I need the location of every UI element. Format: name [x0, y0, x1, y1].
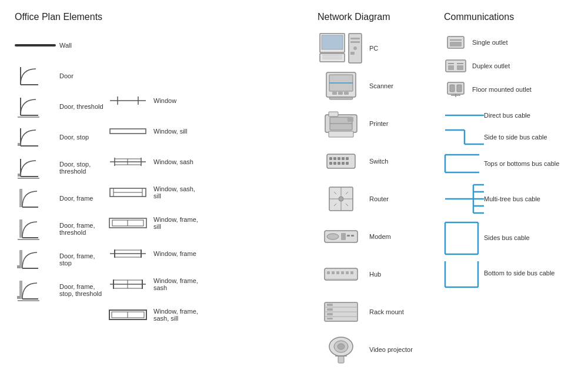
window-frame-label: Window, frame [153, 250, 196, 257]
office-plan-section: Office Plan Elements Wall [12, 12, 312, 370]
pc-row: PC [318, 33, 435, 64]
svg-rect-117 [327, 313, 333, 315]
door-frame-icon [15, 187, 56, 210]
svg-rect-133 [450, 85, 455, 92]
window-frame-sash-sill-icon [109, 309, 150, 321]
communications-section: Communications Single outlet [441, 12, 582, 370]
window-frame-sash-row: Window, frame, sash [109, 272, 203, 297]
router-row: Router [318, 184, 435, 214]
switch-label: Switch [369, 158, 388, 165]
svg-rect-106 [336, 271, 339, 274]
printer-row: Printer [318, 108, 435, 139]
window-sill-icon [109, 125, 150, 137]
svg-rect-86 [333, 162, 336, 165]
svg-rect-122 [338, 356, 344, 363]
rack-mount-icon [318, 301, 365, 322]
wall-icon [15, 44, 56, 46]
window-sash-label: Window, sash [153, 158, 193, 165]
tops-bottoms-bus-cable-row: Tops or bottoms bus cable [444, 151, 579, 177]
window-frame-row: Window, frame [109, 241, 203, 266]
modem-label: Modem [369, 233, 391, 240]
svg-rect-76 [329, 112, 338, 117]
door-frame-stop-threshold-label: Door, frame, stop, threshold [59, 283, 109, 297]
direct-bus-cable-row: Direct bus cable [444, 107, 579, 124]
switch-row: Switch [318, 146, 435, 177]
svg-rect-62 [350, 38, 360, 39]
scanner-row: Scanner [318, 71, 435, 101]
multi-tree-bus-cable-icon [444, 181, 479, 217]
bottom-to-side-bus-cable-label: Bottom to side bus cable [484, 260, 554, 277]
svg-rect-85 [329, 162, 332, 165]
wall-label: Wall [59, 42, 72, 49]
rack-mount-row: Rack mount [318, 297, 435, 327]
svg-rect-79 [327, 154, 355, 168]
rack-mount-label: Rack mount [369, 308, 404, 315]
sides-bus-cable-row: Sides bus cable [444, 219, 579, 255]
pc-label: PC [369, 45, 378, 52]
svg-rect-105 [332, 271, 335, 274]
bottom-to-side-bus-cable-row: Bottom to side bus cable [444, 258, 579, 288]
window-frame-sill-row: Window, frame, sill [109, 211, 203, 235]
doors-column: Door Door, threshold [15, 64, 109, 333]
window-sill-label: Window, sill [153, 128, 187, 135]
svg-rect-80 [329, 157, 332, 160]
svg-rect-82 [338, 157, 340, 160]
direct-bus-cable-label: Direct bus cable [484, 112, 530, 119]
door-threshold-icon [15, 95, 56, 118]
svg-rect-104 [327, 271, 330, 274]
window-sash-sill-label: Window, sash, sill [153, 185, 203, 199]
door-stop-row: Door, stop [15, 125, 109, 149]
svg-rect-69 [332, 92, 337, 95]
single-outlet-label: Single outlet [472, 39, 508, 46]
network-section: Network Diagram [312, 12, 441, 370]
window-frame-sash-label: Window, frame, sash [153, 277, 203, 291]
door-stop-label: Door, stop [59, 134, 89, 141]
window-frame-sash-sill-label: Window, frame, sash, sill [153, 308, 203, 322]
svg-rect-129 [448, 65, 454, 70]
video-projector-icon [318, 335, 365, 364]
floor-outlet-icon [444, 81, 467, 98]
network-title: Network Diagram [318, 12, 435, 22]
svg-rect-81 [333, 157, 336, 160]
office-plan-title: Office Plan Elements [15, 12, 309, 22]
svg-rect-102 [351, 235, 354, 237]
svg-rect-18 [17, 265, 20, 268]
svg-rect-88 [342, 162, 345, 165]
single-outlet-icon [444, 35, 467, 49]
floor-outlet-row: Floor mounted outlet [444, 80, 579, 99]
window-frame-sill-label: Window, frame, sill [153, 216, 203, 230]
svg-point-121 [338, 344, 345, 350]
direct-bus-cable-icon [444, 109, 479, 121]
svg-rect-100 [341, 233, 346, 240]
door-frame-threshold-icon [15, 217, 56, 241]
svg-rect-56 [322, 35, 343, 49]
window-sash-row: Window, sash [109, 149, 203, 174]
svg-rect-78 [348, 117, 353, 122]
switch-icon [318, 149, 365, 173]
printer-label: Printer [369, 120, 388, 127]
svg-rect-107 [341, 271, 344, 274]
svg-rect-70 [338, 92, 343, 95]
modem-icon [318, 228, 365, 245]
sides-bus-cable-icon [444, 221, 479, 255]
window-frame-sash-icon [109, 278, 150, 290]
door-frame-stop-icon [15, 248, 56, 271]
svg-rect-83 [342, 157, 345, 160]
door-stop-threshold-icon [15, 156, 56, 179]
hub-label: Hub [369, 271, 381, 278]
svg-rect-101 [347, 235, 350, 237]
svg-rect-87 [338, 162, 340, 165]
window-sill-row: Window, sill [109, 119, 203, 144]
side-to-side-bus-cable-row: Side to side bus cable [444, 126, 579, 148]
svg-rect-72 [329, 97, 353, 99]
modem-row: Modem [318, 221, 435, 252]
door-threshold-label: Door, threshold [59, 103, 103, 110]
door-stop-icon [15, 125, 56, 149]
svg-rect-118 [327, 318, 333, 320]
door-frame-stop-threshold-row: Door, frame, stop, threshold [15, 278, 109, 302]
single-outlet-row: Single outlet [444, 33, 579, 52]
communications-title: Communications [444, 12, 579, 22]
hub-icon [318, 266, 365, 282]
pc-icon [318, 33, 365, 64]
svg-rect-63 [350, 41, 360, 43]
